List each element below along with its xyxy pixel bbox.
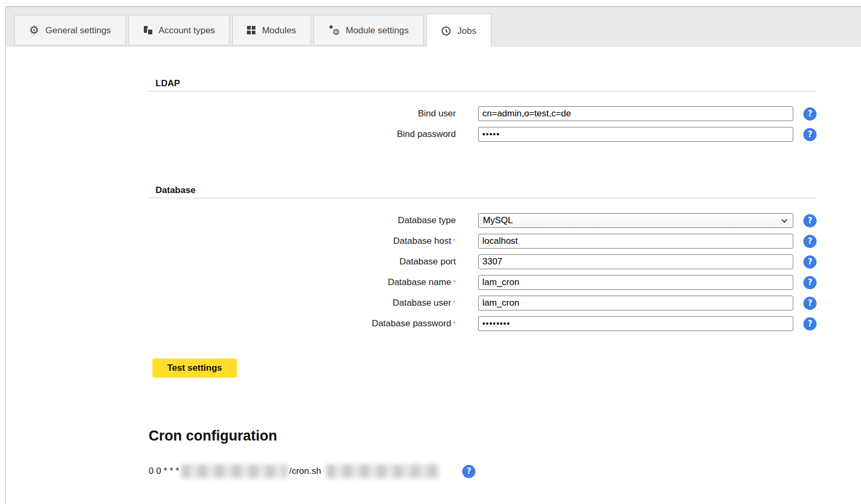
redacted-arguments	[326, 464, 440, 478]
bind-password-input[interactable]	[478, 127, 793, 142]
ldap-section-title: LDAP	[149, 78, 817, 89]
tab-general-settings[interactable]: ⚙ General settings	[14, 15, 126, 45]
tab-modules[interactable]: Modules	[232, 15, 310, 45]
database-host-label: Database host*	[393, 234, 478, 249]
database-type-value: MySQL	[483, 215, 513, 226]
cron-configuration-title: Cron configuration	[149, 428, 817, 444]
database-port-input[interactable]	[478, 254, 793, 269]
database-port-help-icon[interactable]: ?	[803, 255, 817, 269]
database-section-header: Database	[149, 185, 817, 198]
bind-password-label: Bind password	[397, 127, 478, 142]
cron-command-line: 0 0 * * * /cron.sh ?	[149, 464, 817, 478]
chevron-down-icon	[781, 217, 787, 223]
bind-password-help-icon[interactable]: ?	[803, 128, 817, 141]
bind-user-help-icon[interactable]: ?	[803, 107, 817, 121]
database-type-help-icon[interactable]: ?	[803, 214, 817, 227]
jobs-panel: LDAP Bind user ? Bind password ? Databas…	[6, 78, 861, 478]
cron-help-icon[interactable]: ?	[462, 465, 475, 478]
database-user-label: Database user*	[393, 296, 478, 310]
database-name-help-icon[interactable]: ?	[803, 276, 817, 289]
config-frame: ⚙ General settings Account types Modules…	[5, 6, 861, 504]
database-user-input[interactable]	[478, 296, 793, 310]
ldap-form: Bind user ? Bind password ?	[149, 106, 817, 142]
tab-label: Module settings	[346, 26, 409, 35]
tab-label: Account types	[159, 26, 215, 35]
database-port-label: Database port	[399, 254, 478, 269]
ldap-section: LDAP Bind user ? Bind password ?	[149, 78, 817, 142]
grid-icon	[247, 26, 255, 34]
database-host-input[interactable]	[478, 234, 793, 249]
required-asterisk: *	[453, 298, 456, 307]
cron-schedule: 0 0 * * *	[149, 466, 179, 476]
tab-module-settings[interactable]: ⚙ Module settings	[314, 15, 424, 45]
tab-bar: ⚙ General settings Account types Modules…	[6, 7, 861, 47]
required-asterisk: *	[453, 278, 456, 287]
required-asterisk: *	[453, 236, 456, 245]
required-asterisk: *	[453, 319, 456, 328]
clock-icon	[441, 26, 451, 36]
database-name-input[interactable]	[478, 275, 793, 290]
database-type-select[interactable]: MySQL	[478, 213, 793, 228]
copy-icon	[143, 26, 152, 34]
database-section-title: Database	[149, 185, 817, 196]
tab-label: Modules	[262, 26, 296, 35]
bind-user-input[interactable]	[478, 106, 793, 121]
tab-label: Jobs	[457, 26, 477, 35]
database-password-input[interactable]	[478, 316, 793, 331]
test-settings-button[interactable]: Test settings	[152, 359, 237, 378]
tab-account-types[interactable]: Account types	[129, 15, 230, 45]
database-user-help-icon[interactable]: ?	[803, 297, 817, 310]
database-password-help-icon[interactable]: ?	[803, 317, 817, 331]
database-section: Database Database type MySQL ? Database …	[149, 185, 817, 331]
database-password-label: Database password*	[372, 316, 478, 331]
cron-script-name: /cron.sh	[289, 466, 321, 476]
database-name-label: Database name*	[388, 275, 478, 290]
database-form: Database type MySQL ? Database host* ? D…	[149, 213, 817, 331]
tab-jobs[interactable]: Jobs	[426, 14, 491, 47]
ldap-section-header: LDAP	[149, 78, 817, 91]
gear-icon: ⚙	[29, 25, 39, 36]
bind-user-label: Bind user	[418, 106, 478, 121]
tab-label: General settings	[45, 26, 111, 35]
database-type-label: Database type	[398, 213, 478, 228]
database-host-help-icon[interactable]: ?	[803, 235, 817, 248]
gears-icon: ⚙	[328, 25, 340, 35]
redacted-path	[181, 464, 287, 478]
